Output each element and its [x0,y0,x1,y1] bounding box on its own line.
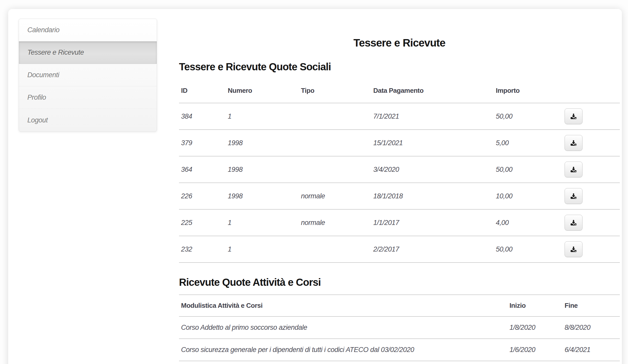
sidebar-item-logout[interactable]: Logout [19,109,157,131]
download-icon [569,139,578,147]
cell-numero: 1 [226,236,299,263]
cell-actions [563,156,620,183]
download-button[interactable] [565,241,582,257]
download-icon [569,219,578,227]
cell-modulistica: Corso sicurezza generale per i dipendent… [179,339,507,361]
download-icon [569,165,578,174]
cell-id: 226 [179,183,226,209]
table-row: 226 1998 normale 18/1/2018 10,00 [179,183,620,209]
download-icon [569,112,578,120]
table-row: Corso sicurezza generale per i dipendent… [179,339,620,361]
column-header-data-pagamento: Data Pagamento [371,78,494,103]
cell-id: 384 [179,103,226,130]
cell-numero: 1 [226,209,299,236]
cell-importo: 50,00 [494,156,563,183]
download-button[interactable] [565,108,582,124]
cell-actions [563,103,620,130]
cell-modulistica: vocher per covid 19 [179,361,507,364]
table-header-row: ID Numero Tipo Data Pagamento Importo [179,78,620,103]
cell-importo: 10,00 [494,183,563,209]
cell-importo: 5,00 [494,130,563,156]
column-header-fine: Fine [563,295,620,316]
download-icon [569,192,578,200]
cell-importo: 50,00 [494,236,563,263]
download-icon [569,245,578,253]
table-quote-sociali: ID Numero Tipo Data Pagamento Importo 38… [179,78,620,263]
section-title-attivita-corsi: Ricevute Quote Attività e Corsi [179,277,620,287]
table-row: vocher per covid 19 12/3/2020 31/12/2020 [179,361,620,364]
table-header-row: Modulistica Attività e Corsi Inizio Fine [179,295,620,316]
page-title: Tessere e Ricevute [179,9,620,48]
main-content: Tessere e Ricevute Tessere e Ricevute Qu… [179,9,620,364]
cell-tipo [299,130,371,156]
sidebar-nav: Calendario Tessere e Ricevute Documenti … [19,19,157,132]
table-row: 384 1 7/1/2021 50,00 [179,103,620,130]
sidebar-item-calendario[interactable]: Calendario [19,19,157,41]
download-button[interactable] [565,188,582,204]
cell-data-pagamento: 15/1/2021 [371,130,494,156]
cell-data-pagamento: 18/1/2018 [371,183,494,209]
cell-tipo: normale [299,183,371,209]
sidebar-item-documenti[interactable]: Documenti [19,64,157,86]
cell-modulistica: Corso Addetto al primo soccorso aziendal… [179,316,507,339]
download-button[interactable] [565,215,582,231]
cell-fine: 6/4/2021 [563,339,620,361]
table-row: Corso Addetto al primo soccorso aziendal… [179,316,620,339]
sidebar-item-profilo[interactable]: Profilo [19,86,157,109]
cell-actions [563,209,620,236]
column-header-tipo: Tipo [299,78,371,103]
cell-actions [563,183,620,209]
cell-data-pagamento: 2/2/2017 [371,236,494,263]
cell-numero: 1998 [226,130,299,156]
table-row: 379 1998 15/1/2021 5,00 [179,130,620,156]
cell-data-pagamento: 3/4/2020 [371,156,494,183]
column-header-numero: Numero [226,78,299,103]
cell-importo: 4,00 [494,209,563,236]
sidebar-item-tessere-e-ricevute[interactable]: Tessere e Ricevute [19,41,157,64]
cell-numero: 1998 [226,183,299,209]
cell-tipo: normale [299,209,371,236]
table-row: 232 1 2/2/2017 50,00 [179,236,620,263]
cell-fine: 31/12/2020 [563,361,620,364]
table-row: 225 1 normale 1/1/2017 4,00 [179,209,620,236]
cell-numero: 1998 [226,156,299,183]
cell-id: 379 [179,130,226,156]
column-header-modulistica: Modulistica Attività e Corsi [179,295,507,316]
section-title-quote-sociali: Tessere e Ricevute Quote Sociali [179,62,620,72]
download-button[interactable] [565,135,582,151]
cell-tipo [299,103,371,130]
cell-inizio: 12/3/2020 [507,361,563,364]
cell-inizio: 1/6/2020 [507,339,563,361]
column-header-inizio: Inizio [507,295,563,316]
cell-inizio: 1/8/2020 [507,316,563,339]
cell-tipo [299,156,371,183]
table-row: 364 1998 3/4/2020 50,00 [179,156,620,183]
cell-data-pagamento: 7/1/2021 [371,103,494,130]
cell-id: 225 [179,209,226,236]
cell-tipo [299,236,371,263]
cell-id: 232 [179,236,226,263]
download-button[interactable] [565,162,582,177]
column-header-id: ID [179,78,226,103]
cell-importo: 50,00 [494,103,563,130]
cell-actions [563,130,620,156]
cell-data-pagamento: 1/1/2017 [371,209,494,236]
cell-fine: 8/8/2020 [563,316,620,339]
column-header-importo: Importo [494,78,563,103]
content-card: Calendario Tessere e Ricevute Documenti … [8,9,622,364]
table-attivita-corsi: Modulistica Attività e Corsi Inizio Fine… [179,294,620,364]
column-header-actions [563,78,620,103]
cell-actions [563,236,620,263]
cell-numero: 1 [226,103,299,130]
cell-id: 364 [179,156,226,183]
